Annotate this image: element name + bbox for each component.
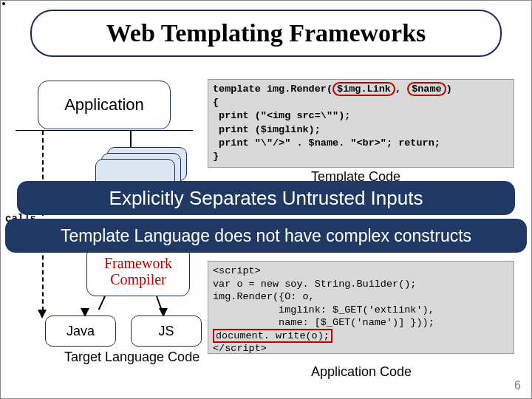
slide-title: Web Templating Frameworks xyxy=(106,19,426,47)
code-bottom-pre: <script> var o = new soy. String.Builder… xyxy=(213,265,434,328)
code-top-sep: , xyxy=(395,83,407,95)
template-code-block: template img.Render($img.Link, $name) { … xyxy=(208,79,514,168)
dashed-arrow-head xyxy=(38,310,47,318)
code-top-suffix: ) xyxy=(446,83,452,95)
code-top-arg1: $img.Link xyxy=(332,82,395,96)
banner1-text: Explicitly Separates Untrusted Inputs xyxy=(109,187,423,210)
js-label: JS xyxy=(158,324,174,339)
code-bottom-post2: ipt> xyxy=(243,343,267,354)
code-top-prefix: template img.Render( xyxy=(213,83,332,95)
arrow-line-java xyxy=(98,296,106,310)
framework-line1: Framework xyxy=(104,255,172,271)
application-code-label: Application Code xyxy=(311,364,412,380)
page-number: 6 xyxy=(514,379,521,392)
code-bottom-post: </scr xyxy=(213,343,243,354)
code-top-arg2: $name xyxy=(407,82,446,96)
code-top-body: { print ("<img src=\""); print ($imglink… xyxy=(213,97,440,162)
js-box: JS xyxy=(131,316,202,347)
title-box: Web Templating Frameworks xyxy=(30,10,502,57)
java-box: Java xyxy=(45,316,116,347)
application-box: Application xyxy=(38,81,171,129)
code-bottom-highlight: document. write(o); xyxy=(213,329,332,343)
target-lang-label: Target Language Code xyxy=(64,349,200,365)
slide: Web Templating Frameworks Application te… xyxy=(0,0,532,399)
corner-dot xyxy=(2,2,5,5)
application-code-block: <script> var o = new soy. String.Builder… xyxy=(208,261,514,354)
application-label: Application xyxy=(64,95,144,115)
banner-untrusted: Explicitly Separates Untrusted Inputs xyxy=(17,181,515,215)
banner2-text: Template Language does not have complex … xyxy=(61,226,471,246)
framework-compiler-box: Framework Compiler xyxy=(86,246,190,296)
banner-complex: Template Language does not have complex … xyxy=(5,219,527,253)
framework-line2: Compiler xyxy=(110,271,166,287)
java-label: Java xyxy=(66,324,95,339)
